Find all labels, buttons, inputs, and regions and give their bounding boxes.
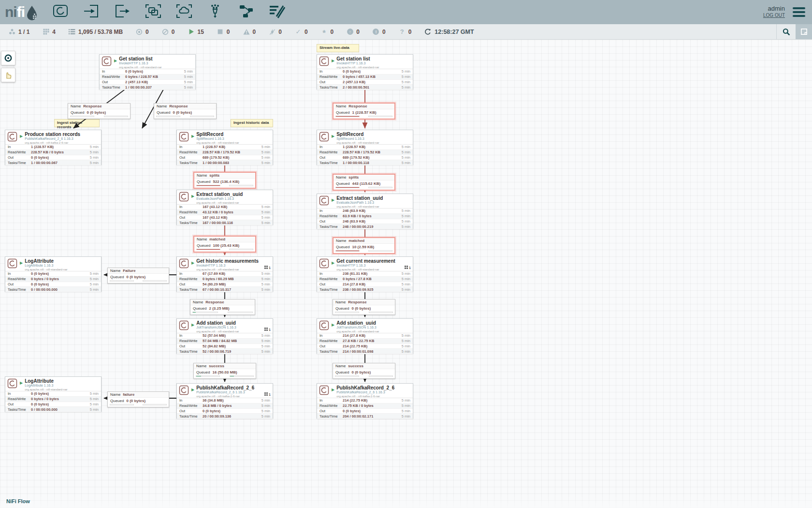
connection-label-Response[interactable]: NameResponseQueued0 (0 bytes) <box>154 103 217 119</box>
stat-window: 5 min <box>261 414 270 418</box>
processor-icon <box>319 258 329 271</box>
bulletin-panel-toggle[interactable] <box>796 24 812 39</box>
status-transmitting-remote-groups: 0 <box>136 29 149 35</box>
search-button[interactable] <box>776 24 796 39</box>
processor-get-station-list-ingest[interactable]: ▶Get station listInvokeHTTP 1.16.3org.ap… <box>99 54 196 90</box>
connection-label-splits[interactable]: NamesplitsQueued522 (136.4 KB) <box>193 172 256 189</box>
processor-splitrecord-historic[interactable]: ▶SplitRecordSplitRecord 1.16.3org.apache… <box>176 130 273 165</box>
queue-capacity-bar <box>368 116 392 117</box>
stat-label: Read/Write <box>8 150 31 154</box>
processor-logattribute-failure-http[interactable]: ▶LogAttributeLogAttribute 1.16.3org.apac… <box>5 256 102 292</box>
connection-queued-value: 0 (0 bytes) <box>173 110 192 115</box>
processor-get-current-measurement[interactable]: ▶Get current measurementInvokeHTTP 1.16.… <box>317 256 413 292</box>
processor-publishkafka-historic[interactable]: ▶PublishKafkaRecord_2_6PublishKafkaRecor… <box>176 383 273 418</box>
run-status-icon: ▶ <box>332 198 334 208</box>
connection-label-success[interactable]: NamesuccessQueued0 (0 bytes) <box>333 363 395 379</box>
connection-label-success[interactable]: NamesuccessQueued16 (50.03 MB) <box>193 363 256 379</box>
connection-label-Response[interactable]: NameResponseQueued1 (228.57 KB) <box>333 103 395 120</box>
status-locally-modified-versioned-count: 0 <box>331 29 334 35</box>
connection-label-matched[interactable]: NamematchedQueued10 (2.59 KB) <box>333 237 395 254</box>
processor-add-station-uuid-historic[interactable]: ▶Add station_uuidJoltTransformJSON 1.16.… <box>176 318 273 354</box>
stat-window: 5 min <box>402 69 410 74</box>
connection-label-Failure[interactable]: NameFailureQueued0 (0 bytes) <box>107 268 169 284</box>
processor-splitrecord-live[interactable]: ▶SplitRecordSplitRecord 1.16.3org.apache… <box>317 130 413 165</box>
stat-label: Read/Write <box>179 150 203 154</box>
stat-row-read-write: Read/Write0 bytes / 228.57 KB5 min <box>100 75 195 80</box>
connection-label-matched[interactable]: NamematchedQueued100 (25.43 KB) <box>193 236 256 253</box>
processor-icon <box>319 132 329 144</box>
connection-label-splits[interactable]: NamesplitsQueued443 (115.62 KB) <box>333 174 395 191</box>
processor-bundle: org.apache.nifi - nifi-standard-nar <box>25 388 67 391</box>
stat-window: 5 min <box>261 277 270 281</box>
stat-row-read-write: Read/Write0 bytes / 0 bytes5 min <box>5 397 101 402</box>
stat-label: Out <box>179 409 203 413</box>
processor-name: Produce station records <box>25 132 80 137</box>
stat-label: In <box>319 145 343 149</box>
toolbar-input-port-button[interactable] <box>82 3 101 21</box>
processor-icon <box>52 4 69 20</box>
flow-canvas[interactable]: NiFi Flow Stream live-dataIngest station… <box>0 40 812 508</box>
toolbar-processor-button[interactable] <box>51 3 70 21</box>
connection-label-Response[interactable]: NameResponseQueued2 (3.25 MB) <box>190 299 255 315</box>
connection-label-failure[interactable]: NamefailureQueued0 (0 bytes) <box>107 391 169 407</box>
processor-name: LogAttribute <box>25 378 67 384</box>
toolbar-process-group-button[interactable] <box>144 3 163 21</box>
stat-window: 5 min <box>402 155 410 160</box>
connection-label-Response[interactable]: NameResponseQueued0 (0 bytes) <box>68 103 130 119</box>
stat-window: 5 min <box>261 150 270 154</box>
processor-extract-station-uuid-historic[interactable]: ▶Extract station_uuidEvaluateJsonPath 1.… <box>176 190 273 225</box>
stat-value: 228.57 KB / 0 bytes <box>31 150 90 154</box>
stat-window: 5 min <box>90 407 99 412</box>
stat-value: 1 (228.57 KB) <box>31 145 90 149</box>
queue-capacity-bar <box>156 116 180 117</box>
status-up-to-date-versioned-count: 0 <box>304 29 308 35</box>
navigate-icon <box>4 54 13 62</box>
processor-publishkafka-live[interactable]: ▶PublishKafkaRecord_2_6PublishKafkaRecor… <box>317 383 413 418</box>
stat-value: 167 / 00:00:00.116 <box>203 221 261 225</box>
toolbar-label-button[interactable] <box>267 3 287 21</box>
processor-add-station-uuid-live[interactable]: ▶Add station_uuidJoltTransformJSON 1.16.… <box>317 318 413 354</box>
toolbar-remote-process-group-button[interactable] <box>174 3 194 21</box>
toolbar-output-port-button[interactable] <box>113 3 132 21</box>
processor-icon <box>7 378 17 391</box>
processor-name: Extract station_uuid <box>336 195 383 201</box>
stat-window: 5 min <box>402 282 410 286</box>
connection-queued-key: Queued <box>197 243 210 248</box>
processor-produce-station-records[interactable]: ▶Produce station recordsPublishKafkaReco… <box>5 130 102 165</box>
stat-label: Out <box>319 282 343 286</box>
processor-logattribute-failure-kafka[interactable]: ▶LogAttributeLogAttribute 1.16.3org.apac… <box>5 376 102 412</box>
stat-row-tasks-time: Tasks/Time1 / 00:00:00.3375 min <box>100 85 195 90</box>
operate-palette-button[interactable] <box>1 68 15 82</box>
connection-name-key: Name <box>196 364 206 368</box>
connection-queued-key: Queued <box>71 110 84 115</box>
stat-row-in: In214 (27.8 KB)5 min <box>317 333 413 339</box>
connection-label-Response[interactable]: NameResponseQueued0 (0 bytes) <box>333 299 395 315</box>
queue-capacity-bar <box>143 404 167 405</box>
stat-value: 0 (0 bytes) <box>31 282 90 286</box>
logout-link[interactable]: LOG OUT <box>763 12 785 19</box>
processor-extract-station-uuid-live[interactable]: ▶Extract station_uuidEvaluateJsonPath 1.… <box>317 194 413 229</box>
stat-row-in: In246 (63.9 KB)5 min <box>317 209 413 214</box>
navigate-palette-button[interactable] <box>1 51 15 65</box>
processor-get-historic-measurements[interactable]: ▶Get historic measurementsInvokeHTTP 1.1… <box>176 256 273 292</box>
stat-value: 214 (22.75 KB) <box>343 344 402 348</box>
stat-value: 0 bytes / 0 bytes <box>31 277 90 281</box>
stat-window: 5 min <box>402 209 410 213</box>
processor-get-station-list-live[interactable]: ▶Get station listInvokeHTTP 1.16.3org.ap… <box>317 54 413 90</box>
processor-bundle: org.apache.nifi - nifi-kafka-2-6-nar <box>196 394 254 398</box>
stat-row-in: In36 (34.8 MB)5 min <box>177 398 273 403</box>
run-status-icon: ▶ <box>332 323 334 333</box>
stat-row-tasks-time: Tasks/Time246 / 00:00:00.2195 min <box>317 224 413 229</box>
breadcrumb[interactable]: NiFi Flow <box>6 498 30 504</box>
stat-row-in: In214 (22.75 KB)5 min <box>317 398 413 403</box>
connection-queued-key: Queued <box>197 179 210 184</box>
toolbar-template-button[interactable] <box>236 3 256 21</box>
stat-value: 214 (27.8 KB) <box>343 282 402 286</box>
global-menu-icon[interactable] <box>793 7 805 17</box>
stat-window: 5 min <box>261 398 270 403</box>
stat-label: In <box>179 205 203 209</box>
stat-value: 0 bytes / 27.8 KB <box>343 277 402 281</box>
toolbar-funnel-button[interactable] <box>205 3 225 21</box>
refresh-icon[interactable] <box>424 29 431 35</box>
stat-value: 0 bytes / 0 bytes <box>31 397 90 401</box>
